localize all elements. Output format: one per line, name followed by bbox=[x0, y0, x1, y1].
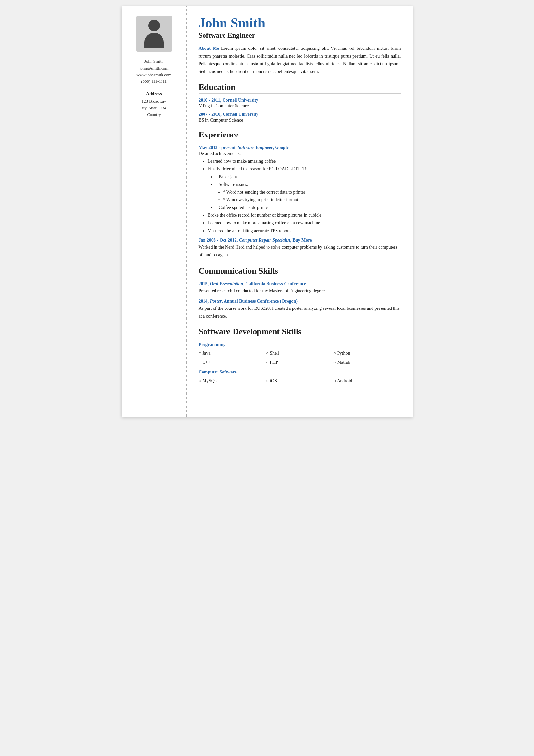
skill-item: Java bbox=[199, 349, 266, 357]
skill-item: Shell bbox=[266, 349, 333, 357]
skill-item: iOS bbox=[266, 377, 333, 385]
sidebar: John Smith john@smith.com www.johnsmith.… bbox=[122, 7, 187, 417]
education-heading: Education bbox=[199, 82, 401, 94]
about-me-label: About Me bbox=[199, 46, 219, 51]
about-me-text: Lorem ipsum dolor sit amet, consectetur … bbox=[199, 46, 401, 74]
bullet-item: Learned how to make amazing coffee bbox=[208, 157, 401, 165]
comm-heading: Communication Skills bbox=[199, 266, 401, 278]
address-line1: 123 Broadway bbox=[141, 99, 166, 103]
experience-entry-1: May 2013 - present, Software Engineer, G… bbox=[199, 145, 401, 234]
main-content: John Smith Software Engineer About MeLor… bbox=[187, 7, 413, 417]
sub-bullet-item: Software issues: Word not sending the co… bbox=[216, 181, 401, 204]
edu-degree-1: MEng in Computer Science bbox=[199, 103, 401, 109]
sub-sub-bullets: Word not sending the correct data to pri… bbox=[223, 189, 401, 204]
skills-grid-software: MySQL iOS Android bbox=[199, 377, 401, 385]
sub-bullet-item: Paper jam bbox=[216, 173, 401, 181]
bullet-item: Learned how to make more amazing coffee … bbox=[208, 219, 401, 227]
exp-desc-2: Worked in the Nerd Herd and helped to so… bbox=[199, 243, 401, 259]
skill-item: Matlab bbox=[333, 358, 401, 366]
experience-heading: Experience bbox=[199, 130, 401, 141]
skill-item: C++ bbox=[199, 358, 266, 366]
sub-bullet-item: Coffee spilled inside printer bbox=[216, 204, 401, 211]
comm-entry-1: 2015, Oral Presentation, California Busi… bbox=[199, 281, 401, 295]
about-me-block: About MeLorem ipsum dolor sit amet, cons… bbox=[199, 45, 401, 75]
main-title: Software Engineer bbox=[199, 31, 401, 40]
avatar-person bbox=[144, 20, 164, 48]
address-line3: Country bbox=[147, 112, 161, 117]
sidebar-email: john@smith.com bbox=[140, 66, 169, 70]
bullet-item: Broke the office record for number of ki… bbox=[208, 211, 401, 219]
sidebar-phone: (000) 111-1111 bbox=[141, 79, 167, 84]
skill-item: Python bbox=[333, 349, 401, 357]
education-entry-2: 2007 - 2010, Cornell University BS in Co… bbox=[199, 112, 401, 123]
skill-item: Android bbox=[333, 377, 401, 385]
bullet-item: Mastered the art of filing accurate TPS … bbox=[208, 227, 401, 235]
education-entry-1: 2010 - 2011, Cornell University MEng in … bbox=[199, 98, 401, 109]
edu-degree-2: BS in Computer Science bbox=[199, 118, 401, 123]
sidebar-contact: John Smith john@smith.com www.johnsmith.… bbox=[136, 58, 171, 85]
address-line2: City, State 12345 bbox=[140, 105, 169, 110]
skills-grid-programming: Java Shell Python C++ PHP Matlab bbox=[199, 349, 401, 366]
exp-date-1: May 2013 - present, Software Engineer, G… bbox=[199, 145, 401, 150]
skill-item: PHP bbox=[266, 358, 333, 366]
main-name: John Smith bbox=[199, 15, 401, 30]
skills-category-programming: Programming bbox=[199, 342, 401, 347]
resume-page: John Smith john@smith.com www.johnsmith.… bbox=[122, 7, 413, 417]
exp-date-2: Jan 2008 - Oct 2012, Computer Repair Spe… bbox=[199, 238, 401, 243]
bullet-item: Finally determined the reason for PC LOA… bbox=[208, 165, 401, 211]
exp-bullets-1: Learned how to make amazing coffee Final… bbox=[208, 157, 401, 234]
sidebar-name: John Smith bbox=[144, 59, 164, 64]
skills-programming: Programming Java Shell Python C++ PHP Ma… bbox=[199, 342, 401, 366]
skills-heading: Software Development Skills bbox=[199, 327, 401, 338]
sub-sub-bullet-item: Windows trying to print in letter format bbox=[223, 196, 401, 204]
skills-software: Computer Software MySQL iOS Android bbox=[199, 369, 401, 385]
avatar-body bbox=[144, 33, 164, 48]
edu-date-2: 2007 - 2010, Cornell University bbox=[199, 112, 401, 117]
exp-achievements-1: Detailed achievements: bbox=[199, 151, 401, 156]
edu-date-1: 2010 - 2011, Cornell University bbox=[199, 98, 401, 103]
experience-entry-2: Jan 2008 - Oct 2012, Computer Repair Spe… bbox=[199, 238, 401, 259]
address-label: Address bbox=[146, 92, 162, 97]
comm-desc-1: Presented research I conducted for my Ma… bbox=[199, 287, 401, 295]
sidebar-website: www.johnsmith.com bbox=[136, 72, 171, 77]
avatar bbox=[136, 16, 172, 52]
comm-date-1: 2015, Oral Presentation, California Busi… bbox=[199, 281, 401, 286]
comm-date-2: 2014, Poster, Annual Business Conference… bbox=[199, 299, 401, 304]
skill-item: MySQL bbox=[199, 377, 266, 385]
avatar-head bbox=[148, 20, 160, 31]
comm-desc-2: As part of the course work for BUS320, I… bbox=[199, 305, 401, 320]
sub-bullets: Paper jam Software issues: Word not send… bbox=[216, 173, 401, 211]
sub-sub-bullet-item: Word not sending the correct data to pri… bbox=[223, 189, 401, 196]
comm-entry-2: 2014, Poster, Annual Business Conference… bbox=[199, 299, 401, 320]
sidebar-address: 123 Broadway City, State 12345 Country bbox=[140, 98, 169, 118]
skills-category-software: Computer Software bbox=[199, 369, 401, 375]
